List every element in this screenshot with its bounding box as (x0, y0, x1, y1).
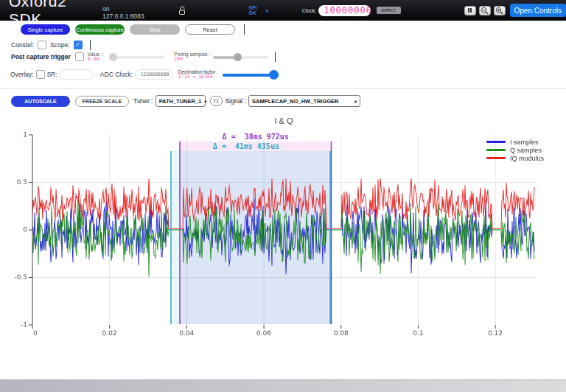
chart-legend: I samples Q samples IQ modulus (486, 139, 544, 161)
spi-status-dropdown[interactable]: SPI OK ▾ (248, 5, 268, 15)
pretrig-display: Pretrig samples : 200 (174, 52, 210, 63)
scale-row: AUTOSCALE FREEZE SCALE Tuner : PATH_TUNE… (11, 95, 360, 107)
trigger-value-slider[interactable] (111, 52, 165, 62)
zoom-out-button[interactable] (479, 6, 491, 15)
spi-status-label: SPI OK (248, 5, 264, 15)
trigger-value: 0.00 (88, 57, 104, 62)
signal-select[interactable]: SAMPLECAP_NO_HW_TRIGGER ▾ (248, 95, 360, 107)
adc-clock-label: ADC Clock: (100, 71, 133, 78)
pretrig-samples-value: 200 (174, 57, 210, 62)
zoom-in-icon (495, 7, 503, 15)
scope-label: Scope: (50, 41, 69, 49)
capture-controls: Single capture Continuous capture Stop R… (21, 24, 245, 35)
check-icon: ✓ (75, 42, 80, 48)
single-capture-button[interactable]: Single capture (21, 24, 70, 35)
legend-item-q-samples[interactable]: Q samples (486, 147, 544, 153)
legend-label: IQ modulus (510, 155, 544, 162)
chart-title: I & Q (32, 116, 535, 125)
titlebar: Oxford2 SDK on 127.0.0.1:8083 SPI OK ▾ C… (0, 0, 566, 21)
trigger-row: Post capture trigger Value: : 0.00 Pretr… (11, 52, 276, 63)
autoscale-button[interactable]: AUTOSCALE (11, 96, 70, 107)
unlock-icon (178, 6, 186, 15)
sr-input[interactable] (60, 69, 94, 80)
t1-button[interactable]: T1 (210, 96, 223, 106)
plot-toolbar (464, 6, 506, 15)
sr-label: SR: (47, 71, 57, 78)
open-controls-button[interactable]: Open Controls (510, 4, 566, 17)
display-toggles: Constel: Scope: ✓ (11, 40, 91, 50)
signal-select-value: SAMPLECAP_NO_HW_TRIGGER (252, 98, 339, 105)
tuner-select[interactable]: PATH_TUNER_1 ▾ (156, 95, 206, 107)
separator (90, 40, 91, 50)
signal-label: Signal : (226, 97, 246, 105)
overlay-row: Overlay: SR: ADC Clock: Decimation facto… (10, 69, 280, 80)
scope-checkbox[interactable]: ✓ (74, 41, 83, 49)
decimation-factor-slider[interactable] (223, 70, 280, 80)
chevron-down-icon: ▾ (354, 99, 357, 104)
adc-clock-input[interactable] (135, 69, 173, 80)
tuner-select-value: PATH_TUNER_1 (159, 98, 202, 105)
post-capture-trigger-label: Post capture trigger (11, 53, 71, 60)
host-address: on 127.0.0.1:8083 (102, 5, 149, 20)
legend-item-i-samples[interactable]: I samples (486, 139, 544, 145)
bottom-scrollbar[interactable] (0, 379, 566, 392)
delta-annotation-cyan: Δ = 41ms 435us (213, 142, 279, 150)
iq-chart: I & Q Δ = 38ms 972us Δ = 41ms 435us I sa… (0, 114, 566, 343)
overlay-checkbox[interactable] (36, 70, 45, 79)
delta-annotation-purple: Δ = 38ms 972us (223, 133, 289, 141)
constel-checkbox[interactable] (38, 41, 46, 49)
divider (0, 88, 566, 89)
oxford2-sdk-app: Oxford2 SDK on 127.0.0.1:8083 SPI OK ▾ C… (0, 0, 566, 392)
zoom-out-icon (481, 7, 489, 15)
chevron-down-icon: ▾ (266, 8, 268, 13)
pretrig-samples-slider[interactable] (213, 52, 269, 62)
stop-button[interactable]: Stop (130, 24, 180, 35)
trigger-checkbox[interactable] (75, 52, 84, 61)
decimation-factor-value: 2^14 = 16384 (178, 74, 218, 80)
iq-modulus-swatch (486, 157, 506, 159)
legend-label: Q samples (510, 147, 542, 154)
apply-button[interactable]: APPLY (377, 7, 400, 14)
pause-button[interactable] (464, 6, 476, 15)
constel-label: Constel: (11, 41, 34, 49)
i-samples-swatch (486, 141, 506, 143)
legend-label: I samples (510, 139, 539, 146)
trigger-value-display: Value: : 0.00 (88, 52, 104, 63)
iq-plot-canvas[interactable] (0, 114, 566, 343)
chevron-down-icon: ▾ (204, 99, 206, 104)
q-samples-swatch (486, 149, 506, 151)
continuous-capture-button[interactable]: Continuous capture (75, 24, 125, 35)
separator (244, 24, 245, 35)
separator (275, 52, 276, 62)
decimation-display: Decimation factor : 2^14 = 16384 (178, 69, 218, 80)
overlay-label: Overlay: (10, 71, 34, 78)
freeze-scale-button[interactable]: FREEZE SCALE (75, 96, 129, 107)
tuner-label: Tuner : (133, 97, 153, 105)
clock-input[interactable] (318, 5, 371, 16)
clock-label: Clock: (302, 8, 316, 13)
zoom-in-button[interactable] (494, 6, 506, 15)
reset-button[interactable]: Reset (185, 24, 235, 35)
legend-item-iq-modulus[interactable]: IQ modulus (486, 155, 544, 161)
pause-icon (468, 8, 472, 13)
